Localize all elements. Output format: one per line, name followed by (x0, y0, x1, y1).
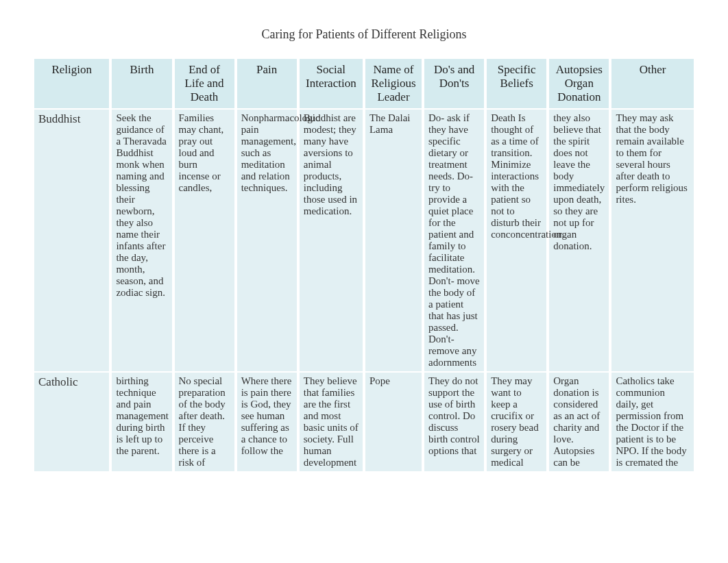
header-leader: Name of Religious Leader (364, 59, 423, 109)
header-pain: Pain (236, 59, 298, 109)
cell-leader: Pope (364, 372, 423, 471)
cell-religion: Catholic (34, 372, 110, 471)
cell-beliefs: They may want to keep a crucifix or rose… (485, 372, 548, 471)
cell-other: They may ask that the body remain availa… (610, 109, 694, 372)
cell-birth: Seek the guidance of a Theravada Buddhis… (110, 109, 173, 372)
religion-table: Religion Birth End of Life and Death Pai… (34, 59, 694, 471)
table-row: Buddhist Seek the guidance of a Theravad… (34, 109, 694, 372)
page-title: Caring for Patients of Different Religio… (34, 27, 694, 42)
header-row: Religion Birth End of Life and Death Pai… (34, 59, 694, 109)
header-other: Other (610, 59, 694, 109)
cell-other: Catholics take communion daily, get perm… (610, 372, 694, 471)
cell-pain: Where there is pain there is God, they s… (236, 372, 298, 471)
header-autopsy: Autopsies Organ Donation (548, 59, 610, 109)
cell-dos: They do not support the use of birth con… (423, 372, 485, 471)
table-container: Religion Birth End of Life and Death Pai… (34, 59, 694, 471)
cell-beliefs: Death Is thought of as a time of transit… (485, 109, 548, 372)
cell-dos: Do- ask if they have specific dietary or… (423, 109, 485, 372)
cell-autopsy: they also believe that the spirit does n… (548, 109, 610, 372)
cell-social: They believe that families are the first… (298, 372, 364, 471)
cell-birth: birthing technique and pain management d… (110, 372, 173, 471)
cell-endlife: Families may chant, pray out loud and bu… (173, 109, 236, 372)
cell-leader: The Dalai Lama (364, 109, 423, 372)
table-row: Catholic birthing technique and pain man… (34, 372, 694, 471)
cell-pain: Nonpharmacologic pain management, such a… (236, 109, 298, 372)
header-endlife: End of Life and Death (173, 59, 236, 109)
cell-social: Buddhist are modest; they many have aver… (298, 109, 364, 372)
header-dos: Do's and Don'ts (423, 59, 485, 109)
cell-autopsy: Organ donation is considered as an act o… (548, 372, 610, 471)
header-birth: Birth (110, 59, 173, 109)
cell-religion: Buddhist (34, 109, 110, 372)
header-beliefs: Specific Beliefs (485, 59, 548, 109)
cell-endlife: No special preparation of the body after… (173, 372, 236, 471)
header-social: Social Interaction (298, 59, 364, 109)
header-religion: Religion (34, 59, 110, 109)
